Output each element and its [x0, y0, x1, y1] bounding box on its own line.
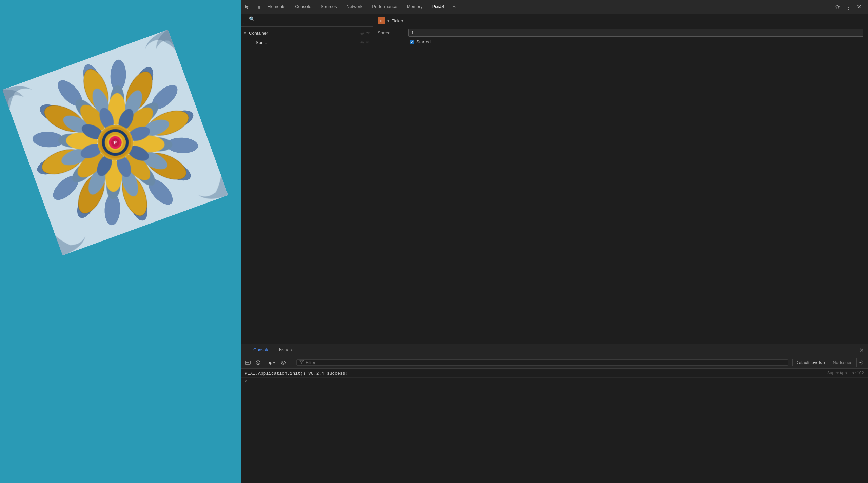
- top-frame-selector[interactable]: top ▾: [264, 359, 278, 366]
- filter-icon: [299, 360, 304, 365]
- device-toolbar-icon[interactable]: [252, 2, 262, 12]
- sprite-label: Sprite: [256, 40, 359, 45]
- scene-tree-panel: 🔍 ▼ Container ◎ 👁 Sprite: [241, 14, 373, 344]
- svg-rect-73: [255, 5, 258, 9]
- sprite-target-icon[interactable]: ◎: [360, 40, 364, 45]
- mandala-sprite: P: [2, 30, 228, 255]
- sprite-visibility-icon[interactable]: 👁: [366, 40, 370, 45]
- canvas-panel: P: [0, 0, 241, 483]
- devtools-main: 🔍 ▼ Container ◎ 👁 Sprite: [241, 14, 868, 344]
- speed-input[interactable]: [408, 29, 863, 37]
- search-wrapper: 🔍: [243, 16, 370, 24]
- inspect-element-icon[interactable]: [242, 2, 252, 12]
- container-icons: ◎ 👁: [360, 31, 370, 35]
- speed-property-row: Speed: [373, 27, 868, 38]
- devtools-topbar: Elements Console Sources Network Perform…: [241, 0, 868, 14]
- eye-icon[interactable]: [279, 358, 288, 367]
- tab-console[interactable]: Console: [290, 0, 316, 14]
- devtools-tabs: Elements Console Sources Network Perform…: [262, 0, 832, 14]
- console-message-source: SuperApp.ts:102: [827, 371, 864, 376]
- console-close-icon[interactable]: ✕: [857, 346, 865, 354]
- tree-item-sprite[interactable]: Sprite ◎ 👁: [241, 38, 373, 47]
- tab-performance[interactable]: Performance: [367, 0, 402, 14]
- console-output: PIXI.Application.init() v8.2.4 success! …: [241, 369, 868, 483]
- scene-search-area: 🔍: [241, 14, 373, 27]
- target-icon[interactable]: ◎: [360, 31, 364, 35]
- close-devtools-icon[interactable]: ✕: [854, 2, 864, 12]
- console-settings-icon[interactable]: [856, 358, 865, 367]
- speed-label: Speed: [378, 30, 405, 35]
- console-menu-icon[interactable]: ⋮: [243, 347, 249, 353]
- scene-tree: ▼ Container ◎ 👁 Sprite ◎ 👁: [241, 27, 373, 344]
- ticker-title: Ticker: [392, 18, 403, 23]
- filter-input[interactable]: [305, 360, 785, 365]
- console-toolbar: top ▾ De: [241, 356, 868, 369]
- filter-area: [296, 359, 788, 366]
- console-message-text: PIXI.Application.init() v8.2.4 success!: [245, 371, 348, 376]
- devtools-panel: Elements Console Sources Network Perform…: [241, 0, 868, 483]
- started-checkbox[interactable]: [410, 40, 414, 44]
- tab-pixijs[interactable]: PixiJS: [428, 0, 449, 14]
- block-icon[interactable]: [254, 358, 262, 367]
- container-label: Container: [249, 31, 359, 36]
- svg-rect-74: [258, 6, 260, 8]
- console-tabs-bar: ⋮ Console Issues ✕: [241, 344, 868, 356]
- devtools-topbar-icons: ⋮ ✕: [832, 2, 867, 12]
- tab-console-bottom[interactable]: Console: [249, 344, 274, 356]
- prompt-chevron-icon: >: [245, 379, 248, 384]
- tab-memory[interactable]: Memory: [402, 0, 428, 14]
- pixi-logo-icon: P: [378, 17, 385, 24]
- svg-text:P: P: [380, 19, 382, 23]
- console-area: ⋮ Console Issues ✕: [241, 344, 868, 483]
- tab-issues[interactable]: Issues: [274, 344, 297, 356]
- svg-line-81: [257, 361, 260, 364]
- more-tabs-icon[interactable]: »: [449, 2, 459, 12]
- top-frame-label: top: [266, 360, 272, 365]
- more-options-icon[interactable]: ⋮: [843, 2, 853, 12]
- visibility-icon[interactable]: 👁: [366, 31, 370, 35]
- default-levels-chevron-icon: ▾: [823, 360, 826, 365]
- tree-item-container[interactable]: ▼ Container ◎ 👁: [241, 28, 373, 38]
- search-icon: 🔍: [249, 16, 255, 22]
- console-message-0: PIXI.Application.init() v8.2.4 success! …: [241, 370, 868, 378]
- sprite-icons: ◎ 👁: [360, 40, 370, 45]
- svg-point-82: [283, 362, 284, 363]
- tab-sources[interactable]: Sources: [316, 0, 342, 14]
- console-prompt-line[interactable]: >: [241, 378, 868, 385]
- tab-elements[interactable]: Elements: [262, 0, 290, 14]
- chevron-down-icon: ▼: [243, 31, 248, 35]
- started-label: Started: [416, 39, 431, 44]
- scene-search-input[interactable]: [243, 16, 370, 24]
- settings-icon[interactable]: [832, 2, 842, 12]
- clear-console-icon[interactable]: [243, 358, 252, 367]
- properties-header: P ▾ Ticker: [373, 14, 868, 27]
- no-issues-label: No Issues: [830, 360, 855, 365]
- default-levels-button[interactable]: Default levels ▾: [792, 359, 828, 366]
- started-property-row: Started: [373, 38, 868, 46]
- top-frame-chevron-icon: ▾: [273, 360, 275, 365]
- tab-network[interactable]: Network: [342, 0, 368, 14]
- properties-panel: P ▾ Ticker Speed Started: [373, 14, 868, 344]
- svg-rect-77: [245, 361, 250, 364]
